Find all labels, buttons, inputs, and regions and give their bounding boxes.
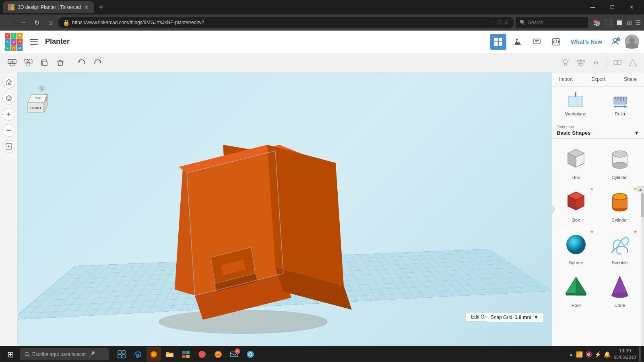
grid-menu-icon[interactable]: ⊞ <box>627 19 632 27</box>
mirror-button[interactable] <box>611 56 624 69</box>
search-bar[interactable]: 🔍 Search <box>516 17 588 28</box>
category-label: Basic Shapes <box>557 130 591 136</box>
project-title[interactable]: Planter <box>45 37 70 46</box>
shape-cylinder-grey[interactable]: Cylinder <box>599 142 641 183</box>
duplicate-button[interactable] <box>37 56 52 70</box>
import-button[interactable]: Import <box>557 75 575 84</box>
undo-button[interactable] <box>74 56 89 70</box>
show-desktop-button[interactable] <box>639 347 641 362</box>
shape-roof[interactable]: Roof <box>555 270 597 311</box>
code-editor-button[interactable] <box>548 34 564 50</box>
close-button[interactable]: ✕ <box>622 0 641 14</box>
tab-favicon <box>8 4 14 10</box>
bookmark-icon[interactable]: ♡ <box>496 19 502 26</box>
export-button[interactable]: Export <box>589 75 608 84</box>
edge-button[interactable] <box>130 347 145 362</box>
shape-box-grey[interactable]: Box <box>555 142 597 183</box>
app1-button[interactable]: ! <box>195 347 209 362</box>
share-button[interactable]: Share <box>621 75 639 84</box>
firefox-button[interactable] <box>147 347 161 362</box>
email-button[interactable]: 28 <box>227 347 242 362</box>
svg-rect-6 <box>30 44 38 45</box>
star-icon[interactable]: ☆ <box>504 19 509 26</box>
scroll-up-button[interactable]: ▲ <box>637 186 644 192</box>
user-menu-button[interactable]: + <box>609 35 621 48</box>
reload-button[interactable]: ↻ <box>31 16 43 29</box>
planter-3d-object[interactable] <box>118 129 360 338</box>
start-button[interactable]: ⊞ <box>3 347 18 362</box>
minimize-button[interactable]: — <box>584 0 602 14</box>
view-toggle-button[interactable] <box>626 56 639 69</box>
shape-box-red[interactable]: ★ Box <box>555 185 597 226</box>
browser-button[interactable] <box>243 347 258 362</box>
view-cube[interactable]: FRONT RIGHT TOP ↻ <box>26 80 58 113</box>
category-select[interactable]: Basic Shapes ▼ <box>557 130 639 136</box>
flip-button[interactable] <box>590 56 603 69</box>
category-arrow[interactable]: ▼ <box>634 130 639 136</box>
workplane-button[interactable]: Workplane <box>555 90 597 119</box>
shape-scribble[interactable]: ★ Scribble <box>599 227 641 268</box>
firefox2-button[interactable] <box>211 347 225 362</box>
zoom-out-button[interactable]: − <box>2 124 15 137</box>
svg-marker-34 <box>629 60 636 66</box>
taskbar-search[interactable]: Escribe aquí para buscar 🎤 <box>20 348 109 360</box>
viewport[interactable]: FRONT RIGHT TOP ↻ Edit Grid Snap Grid 1.… <box>18 72 551 346</box>
app-menu-button[interactable] <box>27 35 40 48</box>
screenshot-icon[interactable]: 🔲 <box>615 19 623 27</box>
store-button[interactable] <box>179 347 193 362</box>
active-tab[interactable]: 3D design Planter | Tinkercad ✕ <box>3 1 94 13</box>
more-icon[interactable]: ··· <box>489 19 494 26</box>
group-button[interactable] <box>5 56 19 70</box>
whats-new-button[interactable]: What's New <box>568 39 605 45</box>
fit-view-button[interactable] <box>2 140 15 153</box>
box-red-icon <box>562 188 590 216</box>
ungroup-button[interactable] <box>21 56 35 70</box>
file-explorer-button[interactable] <box>163 347 177 362</box>
redo-button[interactable] <box>91 56 105 70</box>
scrollbar-thumb[interactable] <box>641 193 644 217</box>
ruler-button[interactable]: Ruler <box>600 90 641 119</box>
back-button[interactable]: ← <box>3 16 15 29</box>
network-icon[interactable]: 📶 <box>576 351 583 358</box>
shape-cylinder-orange[interactable]: ★ Cylinder <box>599 185 641 226</box>
workplane-icon <box>567 92 584 110</box>
snap-grid-arrow[interactable]: ▼ <box>534 315 539 320</box>
home-button[interactable]: ⌂ <box>44 16 56 29</box>
power-icon[interactable]: ⚡ <box>594 351 601 358</box>
shape-sphere[interactable]: ★ Sphere <box>555 227 597 268</box>
taskbar-time[interactable]: 13:09 05/06/2018 <box>614 348 636 360</box>
orbit-button[interactable] <box>2 92 15 105</box>
roof-label: Roof <box>572 303 581 308</box>
light-button[interactable] <box>559 56 572 69</box>
notification-icon[interactable]: 🔔 <box>604 351 611 358</box>
address-text: https://www.tinkercad.com/things/9MGJrfs… <box>72 20 487 25</box>
shape-cone[interactable]: Cone <box>599 270 641 311</box>
forward-button[interactable]: → <box>17 16 29 29</box>
tinkercad-logo[interactable]: T I N K E R C A D <box>5 33 23 51</box>
restore-button[interactable]: ❐ <box>603 0 621 14</box>
box-grey-label: Box <box>572 175 580 180</box>
up-arrow-icon[interactable]: ▲ <box>569 352 574 357</box>
address-bar[interactable]: 🔒 https://www.tinkercad.com/things/9MGJr… <box>58 17 514 28</box>
hamburger-icon[interactable]: ☰ <box>635 19 641 27</box>
tab-close-button[interactable]: ✕ <box>84 4 89 10</box>
bookmarks-icon[interactable]: 📚 <box>593 19 601 27</box>
lessons-button[interactable] <box>529 34 545 50</box>
svg-point-94 <box>613 193 627 200</box>
align-button[interactable] <box>574 56 587 69</box>
volume-icon[interactable]: 🔇 <box>585 351 592 358</box>
pocket-icon[interactable]: ⬛ <box>604 19 612 27</box>
new-tab-button[interactable]: + <box>95 2 107 13</box>
svg-rect-103 <box>118 351 121 354</box>
svg-point-36 <box>6 97 11 99</box>
svg-point-101 <box>25 352 28 356</box>
user-avatar[interactable] <box>625 35 639 49</box>
grid-view-button[interactable] <box>490 34 506 50</box>
home-button[interactable] <box>2 76 15 88</box>
microphone-icon[interactable]: 🎤 <box>88 351 95 358</box>
build-view-button[interactable] <box>510 34 526 50</box>
delete-button[interactable] <box>53 56 68 70</box>
svg-rect-105 <box>118 355 121 358</box>
zoom-in-button[interactable]: + <box>2 108 15 121</box>
task-view-button[interactable] <box>114 347 129 362</box>
